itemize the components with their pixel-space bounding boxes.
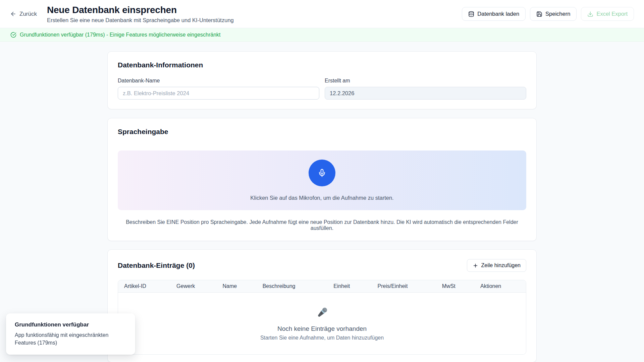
microphone-hint: Klicken Sie auf das Mikrofon, um die Auf…	[250, 195, 393, 201]
database-info-title: Datenbank-Informationen	[118, 61, 526, 69]
status-banner: Grundfunktionen verfügbar (179ms) - Eini…	[0, 28, 644, 42]
empty-state-row: Noch keine Einträge vorhanden Starten Si…	[118, 293, 526, 354]
microphone-icon	[318, 169, 326, 177]
page-subtitle: Erstellen Sie eine neue Datenbank mit Sp…	[47, 17, 234, 23]
created-at-label: Erstellt am	[325, 78, 526, 84]
empty-state: Noch keine Einträge vorhanden Starten Si…	[118, 293, 526, 354]
column-mwst: MwSt	[437, 280, 475, 293]
voice-description: Beschreiben Sie EINE Position pro Sprach…	[118, 219, 526, 231]
column-artikel-id: Artikel-ID	[118, 280, 171, 293]
toast-notification: Grundfunktionen verfügbar App funktionsf…	[6, 313, 135, 355]
download-icon	[587, 11, 593, 17]
column-einheit: Einheit	[328, 280, 372, 293]
save-label: Speichern	[545, 11, 570, 17]
microphone-button[interactable]	[309, 160, 335, 186]
page-title: Neue Datenbank einsprechen	[47, 5, 234, 15]
load-database-button[interactable]: Datenbank laden	[462, 7, 526, 21]
load-database-label: Datenbank laden	[477, 11, 519, 17]
page-header: Zurück Neue Datenbank einsprechen Erstel…	[0, 0, 644, 28]
save-icon	[536, 11, 542, 17]
column-gewerk: Gewerk	[171, 280, 217, 293]
entries-table: Artikel-ID Gewerk Name Beschreibung Einh…	[118, 280, 526, 354]
database-entries-card: Datenbank-Einträge (0) Zeile hinzufügen	[107, 249, 537, 362]
entries-table-header-row: Artikel-ID Gewerk Name Beschreibung Einh…	[118, 280, 526, 293]
voice-input-card: Spracheingabe Klicken Sie auf das Mikrof…	[107, 118, 537, 241]
column-name: Name	[217, 280, 257, 293]
empty-state-title: Noch keine Einträge vorhanden	[118, 325, 526, 333]
created-at-input	[325, 87, 526, 100]
database-icon	[468, 11, 474, 17]
plus-icon	[473, 263, 478, 268]
status-banner-text: Grundfunktionen verfügbar (179ms) - Eini…	[20, 32, 221, 38]
voice-input-title: Spracheingabe	[118, 128, 526, 136]
excel-export-label: Excel Export	[596, 11, 628, 17]
column-beschreibung: Beschreibung	[257, 280, 328, 293]
entries-table-container: Artikel-ID Gewerk Name Beschreibung Einh…	[118, 280, 526, 355]
title-block: Neue Datenbank einsprechen Erstellen Sie…	[47, 5, 234, 23]
database-name-input[interactable]	[118, 87, 319, 100]
save-button[interactable]: Speichern	[530, 7, 577, 21]
database-name-label: Datenbank-Name	[118, 78, 319, 84]
back-button[interactable]: Zurück	[10, 11, 37, 17]
voice-recording-area: Klicken Sie auf das Mikrofon, um die Auf…	[118, 150, 526, 210]
database-name-field-group: Datenbank-Name	[118, 78, 319, 100]
add-row-label: Zeile hinzufügen	[481, 262, 521, 268]
arrow-left-icon	[10, 11, 16, 17]
column-preis-einheit: Preis/Einheit	[372, 280, 437, 293]
toast-body: App funktionsfähig mit eingeschränkten F…	[15, 331, 126, 347]
excel-export-button[interactable]: Excel Export	[581, 7, 634, 21]
database-info-card: Datenbank-Informationen Datenbank-Name E…	[107, 51, 537, 109]
header-actions: Datenbank laden Speichern Excel Export	[462, 7, 634, 21]
database-entries-title: Datenbank-Einträge (0)	[118, 261, 195, 269]
microphone-emoji-icon	[315, 306, 329, 320]
check-circle-icon	[10, 32, 16, 38]
back-label: Zurück	[19, 11, 37, 17]
created-at-field-group: Erstellt am	[325, 78, 526, 100]
column-aktionen: Aktionen	[475, 280, 526, 293]
add-row-button[interactable]: Zeile hinzufügen	[467, 259, 526, 272]
empty-state-subtitle: Starten Sie eine Aufnahme, um Daten hinz…	[118, 335, 526, 341]
toast-title: Grundfunktionen verfügbar	[15, 321, 126, 328]
